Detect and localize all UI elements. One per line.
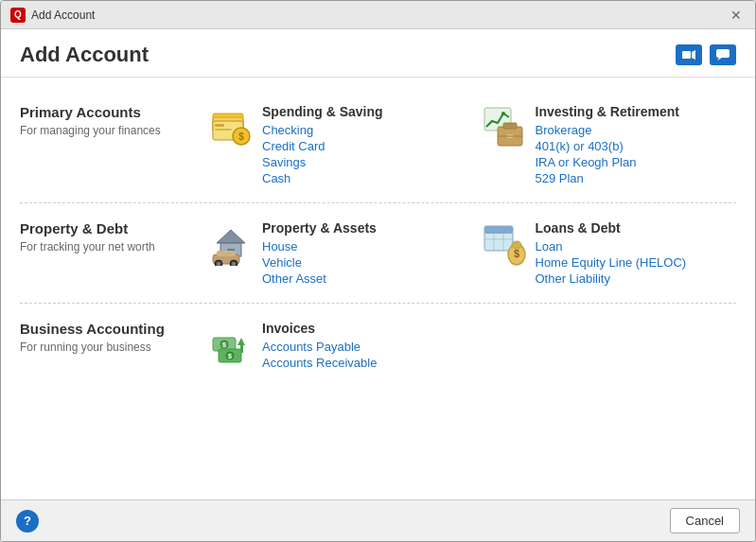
svg-rect-27 (484, 226, 513, 234)
spending-saving-category: $ Spending & Saving Checking Credit Card… (209, 104, 464, 185)
main-window: Q Add Account ✕ Add Account (0, 0, 756, 542)
link-savings[interactable]: Savings (262, 155, 383, 169)
invoices-title: Invoices (262, 321, 377, 336)
link-other-asset[interactable]: Other Asset (262, 271, 377, 286)
svg-point-12 (501, 112, 505, 115)
loans-debt-title: Loans & Debt (536, 220, 687, 236)
link-529[interactable]: 529 Plan (536, 171, 679, 185)
svg-marker-1 (692, 50, 695, 60)
link-loan[interactable]: Loan (536, 239, 687, 254)
primary-accounts-sublabel: For managing your finances (20, 124, 209, 137)
help-button[interactable]: ? (16, 510, 39, 533)
link-accounts-payable[interactable]: Accounts Payable (262, 340, 377, 354)
cancel-button[interactable]: Cancel (670, 508, 740, 533)
property-assets-links: House Vehicle Other Asset (262, 239, 377, 286)
svg-text:$: $ (228, 353, 232, 360)
title-bar-left: Q Add Account (10, 8, 95, 23)
link-401k[interactable]: 401(k) or 403(b) (536, 139, 679, 153)
business-accounting-title: Business Accounting (20, 321, 209, 337)
link-accounts-receivable[interactable]: Accounts Receivable (262, 356, 377, 370)
property-assets-category: Property & Assets House Vehicle Other As… (209, 220, 464, 286)
link-heloc[interactable]: Home Equity Line (HELOC) (536, 255, 687, 270)
property-assets-icon (209, 222, 253, 266)
property-assets-title: Property & Assets (262, 220, 377, 236)
property-debt-title: Property & Debt (20, 220, 209, 236)
investing-retirement-links: Brokerage 401(k) or 403(b) IRA or Keogh … (536, 123, 679, 185)
invoices-category: $ $ Invoices Accounts (209, 321, 736, 370)
link-brokerage[interactable]: Brokerage (536, 123, 679, 137)
loans-debt-icon: $ (483, 222, 526, 266)
link-cash[interactable]: Cash (262, 171, 383, 185)
invoices-links: Accounts Payable Accounts Receivable (262, 340, 377, 370)
chat-icon[interactable] (710, 44, 736, 65)
primary-accounts-section: Primary Accounts For managing your finan… (20, 87, 736, 203)
investing-retirement-title: Investing & Retirement (536, 104, 679, 119)
business-accounting-section: Business Accounting For running your bus… (20, 304, 736, 387)
link-house[interactable]: House (262, 239, 377, 254)
link-vehicle[interactable]: Vehicle (262, 255, 377, 270)
svg-rect-0 (682, 51, 691, 59)
business-accounting-sublabel: For running your business (20, 341, 209, 354)
property-debt-label: Property & Debt For tracking your net wo… (20, 220, 209, 254)
spending-saving-icon: $ (209, 106, 253, 149)
svg-rect-21 (217, 251, 236, 256)
property-debt-section: Property & Debt For tracking your net wo… (20, 203, 736, 304)
close-button[interactable]: ✕ (727, 6, 746, 25)
property-assets-content: Property & Assets House Vehicle Other As… (262, 220, 377, 286)
primary-accounts-title: Primary Accounts (20, 104, 209, 120)
svg-marker-3 (717, 58, 722, 61)
svg-text:$: $ (513, 248, 519, 259)
business-accounting-categories: $ $ Invoices Accounts (209, 321, 736, 370)
link-ira[interactable]: IRA or Keogh Plan (536, 155, 679, 169)
dialog-header: Add Account (1, 29, 755, 78)
link-checking[interactable]: Checking (262, 123, 383, 137)
primary-accounts-label: Primary Accounts For managing your finan… (20, 104, 209, 137)
video-icon[interactable] (676, 44, 702, 65)
business-accounting-label: Business Accounting For running your bus… (20, 321, 209, 354)
svg-marker-17 (217, 230, 245, 243)
spending-saving-title: Spending & Saving (262, 104, 383, 119)
spending-saving-content: Spending & Saving Checking Credit Card S… (262, 104, 383, 185)
svg-text:$: $ (238, 131, 244, 142)
invoices-content: Invoices Accounts Payable Accounts Recei… (262, 321, 377, 370)
svg-text:$: $ (222, 341, 226, 349)
svg-rect-14 (503, 123, 517, 129)
content-area: Primary Accounts For managing your finan… (1, 78, 755, 499)
title-bar-text: Add Account (31, 9, 95, 22)
svg-point-25 (232, 262, 236, 266)
property-debt-categories: Property & Assets House Vehicle Other As… (209, 220, 736, 286)
svg-rect-7 (215, 124, 224, 127)
loans-debt-category: $ Loans & Debt Loan Home Equity Line (HE… (483, 220, 737, 286)
app-icon: Q (10, 8, 26, 23)
dialog-title: Add Account (20, 43, 149, 67)
svg-point-23 (217, 262, 220, 266)
svg-rect-8 (215, 129, 232, 131)
investing-retirement-content: Investing & Retirement Brokerage 401(k) … (536, 104, 679, 185)
investing-retirement-icon (483, 106, 526, 149)
invoices-icon: $ $ (209, 323, 253, 366)
title-bar: Q Add Account ✕ (1, 1, 755, 29)
svg-marker-37 (237, 338, 245, 345)
loans-debt-links: Loan Home Equity Line (HELOC) Other Liab… (536, 239, 687, 286)
link-other-liability[interactable]: Other Liability (536, 271, 687, 286)
dialog-footer: ? Cancel (1, 499, 755, 541)
loans-debt-content: Loans & Debt Loan Home Equity Line (HELO… (536, 220, 687, 286)
link-credit-card[interactable]: Credit Card (262, 139, 383, 153)
svg-rect-2 (716, 49, 730, 58)
header-icons (676, 44, 736, 65)
primary-accounts-categories: $ Spending & Saving Checking Credit Card… (209, 104, 736, 185)
investing-retirement-category: Investing & Retirement Brokerage 401(k) … (483, 104, 737, 185)
property-debt-sublabel: For tracking your net worth (20, 240, 209, 254)
spending-saving-links: Checking Credit Card Savings Cash (262, 123, 383, 185)
